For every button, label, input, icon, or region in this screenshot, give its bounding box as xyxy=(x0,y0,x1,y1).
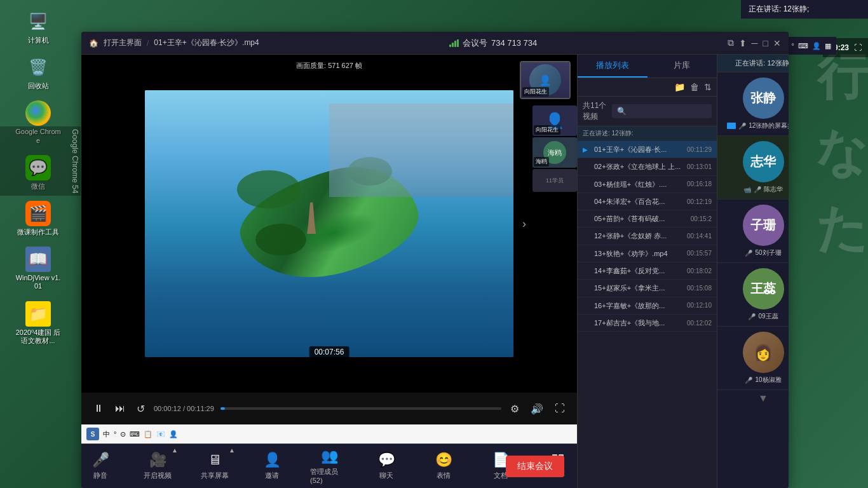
window-maximize-icon[interactable]: □ xyxy=(763,38,768,48)
playlist-duration-2: 00:13:01 xyxy=(687,163,712,170)
toolbar-video[interactable]: ▲ 🎥 开启视频 xyxy=(139,452,177,480)
nav-back-label[interactable]: 打开主界面 xyxy=(104,37,142,48)
manage-label: 管理成员(52) xyxy=(310,467,348,484)
panel-sort-btn[interactable]: ⇅ xyxy=(704,82,712,92)
toolbar-share[interactable]: ▲ 🖥 共享屏幕 xyxy=(196,452,234,480)
avatar-chenzhihua: 志华 xyxy=(743,141,784,182)
playlist-item-9[interactable]: 15+赵家乐+《拿米主... 00:15:08 xyxy=(578,280,717,297)
participant-card-yangshuya: 👩 🎤 10杨淑雅 xyxy=(717,327,789,390)
playlist-title-8: 14+李鑫茹+《反对党... xyxy=(594,266,683,275)
next-button[interactable]: ⏭ xyxy=(112,400,128,417)
share-label: 共享屏幕 xyxy=(201,471,229,480)
toolbar-mute[interactable]: 🎤 静音 xyxy=(81,452,119,480)
avatar-zhangjing: 张静 xyxy=(743,78,784,119)
video-arrow-icon: ▲ xyxy=(172,447,178,454)
playlist-count: 共11个视频 xyxy=(583,100,612,122)
signal-bar-4 xyxy=(457,39,459,47)
playlist-item-2[interactable]: 02+张政+《立在地球上 上... 00:13:01 xyxy=(578,158,717,175)
bg-char-8: な xyxy=(816,127,868,178)
video-ime-bar: S 中 ° ⊙ ⌨ 📋 📧 👤 xyxy=(81,424,577,444)
windjview-label: WinDjView v1.01 xyxy=(15,274,61,290)
tab-library[interactable]: 片库 xyxy=(648,55,717,78)
desktop-icon-folder[interactable]: 📁 2020⁰4建国 后语文教材... xyxy=(13,299,64,348)
panel-delete-btn[interactable]: 🗑 xyxy=(690,82,699,92)
home-icon: 🏠 xyxy=(89,39,98,48)
playlist-search-input[interactable] xyxy=(612,104,712,118)
playlist-duration-10: 00:12:10 xyxy=(687,302,712,309)
chat-label: 聊天 xyxy=(379,471,393,480)
desktop-icon-computer[interactable]: 🖥️ 计算机 xyxy=(13,6,64,47)
ime-text-4: ⌨ xyxy=(130,430,140,438)
current-time: 00:00:12 xyxy=(154,405,181,412)
playlist-toggle-arrow[interactable]: › xyxy=(522,217,526,231)
cam-icon-chenzhihua: 📹 xyxy=(743,186,751,193)
signal-bar-1 xyxy=(449,44,451,47)
settings-button[interactable]: ⚙ xyxy=(508,400,522,417)
main-content: 画面质量: 571 627 帧 👤 向阳花生 👤 向阳花生 xyxy=(81,55,789,488)
computer-label: 计算机 xyxy=(28,36,49,44)
window-minimize-icon[interactable]: ─ xyxy=(752,38,758,48)
playlist-duration-9: 00:15:08 xyxy=(687,285,712,292)
fullscreen-button[interactable]: ⛶ xyxy=(552,400,567,417)
tab-playlist[interactable]: 播放列表 xyxy=(578,55,648,78)
participants-strip: 👤 向阳花生 海鸥 海鸥 11学员 xyxy=(532,105,577,192)
playlist-item-3[interactable]: 03+杨佳瑶+《红烛》.... 00:16:18 xyxy=(578,176,717,193)
playlist-item-11[interactable]: 17+郝吉吉+《我与地... 00:12:02 xyxy=(578,315,717,332)
signal-strength-icon xyxy=(449,39,459,47)
speaker-name-thumb: 向阳花生 xyxy=(522,87,549,97)
window-share-icon[interactable]: ⬆ xyxy=(739,38,747,48)
status-text-wangrui: 09王蕊 xyxy=(758,312,778,321)
desktop-icon-weike[interactable]: 🎬 微课制作工具 xyxy=(13,198,64,239)
ime-text-1: 中 xyxy=(103,430,110,439)
replay-button[interactable]: ↺ xyxy=(134,400,147,417)
playlist-duration-3: 00:16:18 xyxy=(687,180,712,187)
panel-add-btn[interactable]: 📁 xyxy=(674,82,685,92)
video-icon: 🎥 xyxy=(149,452,166,468)
avatar-text-liuzishan: 子珊 xyxy=(750,217,776,234)
playlist-item-4[interactable]: 04+朱泽宏+《百合花... 00:12:19 xyxy=(578,193,717,210)
window-close-icon[interactable]: ✕ xyxy=(773,38,781,48)
avatar-text-wangrui: 王蕊 xyxy=(750,280,776,297)
end-meeting-button[interactable]: 结束会议 xyxy=(506,456,564,477)
toolbar-invite[interactable]: 👤 邀请 xyxy=(253,452,291,480)
play-pause-button[interactable]: ⏸ xyxy=(91,400,106,417)
panel-tabs: 播放列表 片库 xyxy=(578,55,717,78)
participant-mini-1: 👤 向阳花生 xyxy=(532,105,577,136)
toolbar-emotion[interactable]: 😊 表情 xyxy=(424,452,463,480)
toolbar-manage[interactable]: 👥 管理成员(52) xyxy=(310,448,348,484)
video-player[interactable]: 画面质量: 571 627 帧 👤 向阳花生 👤 向阳花生 xyxy=(81,55,577,393)
video-progress-bar[interactable] xyxy=(220,407,501,410)
video-status-overlay: 画面质量: 571 627 帧 xyxy=(291,60,367,72)
window-top-bar: 🏠 打开主界面 / 01+王辛+《沁园春·长沙》.mp4 会议号 734 713… xyxy=(81,32,789,55)
vegetation-1 xyxy=(237,170,301,208)
desktop-icon-recycle[interactable]: 🗑️ 回收站 xyxy=(13,52,64,93)
meeting-id-label: 会议号 xyxy=(463,37,487,49)
video-area: 画面质量: 571 627 帧 👤 向阳花生 👤 向阳花生 xyxy=(81,55,577,488)
invite-icon: 👤 xyxy=(264,452,281,468)
share-icon: 🖥 xyxy=(208,452,222,468)
playlist-item-8[interactable]: 14+李鑫茹+《反对党... 00:18:02 xyxy=(578,262,717,280)
volume-button[interactable]: 🔊 xyxy=(528,400,546,417)
meeting-id-value: 734 713 734 xyxy=(491,38,537,48)
video-status-text: 画面质量: 571 627 帧 xyxy=(296,62,362,69)
participant-card-wangrui: 王蕊 🎤 09王蕊 xyxy=(717,263,789,327)
playlist-item-5[interactable]: 05+苗韵+《苔有码破... 00:15:2 xyxy=(578,210,717,227)
chat-icon: 💬 xyxy=(378,452,395,468)
playlist-item-1[interactable]: ▶ 01+王辛+《沁园春·长... 00:11:29 xyxy=(578,141,717,158)
desktop-icon-windjview[interactable]: 📖 WinDjView v1.01 xyxy=(13,244,64,293)
playlist-item-7[interactable]: 13+狄艳+《劝学》.mp4 00:15:57 xyxy=(578,245,717,262)
tray-fullscreen-icon[interactable]: ⛶ xyxy=(854,43,862,52)
mute-icon: 🎤 xyxy=(92,452,109,468)
toolbar-chat[interactable]: 💬 聊天 xyxy=(367,452,405,480)
playlist-title-4: 04+朱泽宏+《百合花... xyxy=(594,197,683,206)
participant-card-liuzishan: 子珊 🎤 50刘子珊 xyxy=(717,200,789,263)
speaking-notification: 正在讲话: 12张静; xyxy=(741,0,868,19)
speaking-indicator: 正在讲述: 12张静: xyxy=(578,126,717,141)
ime-text-2: ° xyxy=(114,430,116,438)
playlist-item-10[interactable]: 16+字嘉敏+《故那的... 00:12:10 xyxy=(578,297,717,315)
status-text-yangshuya: 10杨淑雅 xyxy=(755,376,781,384)
playlist-duration-11: 00:12:02 xyxy=(687,320,712,327)
mic-icon-wangrui: 🎤 xyxy=(748,313,756,320)
window-pip-icon[interactable]: ⧉ xyxy=(728,37,734,48)
playlist-item-6[interactable]: 12+张静+《念奴娇 赤... 00:14:41 xyxy=(578,227,717,245)
